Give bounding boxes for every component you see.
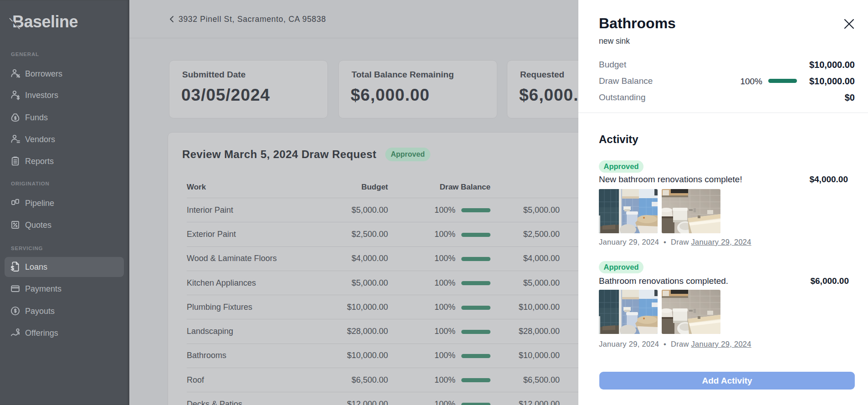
svg-text:Baseline: Baseline: [12, 12, 78, 31]
